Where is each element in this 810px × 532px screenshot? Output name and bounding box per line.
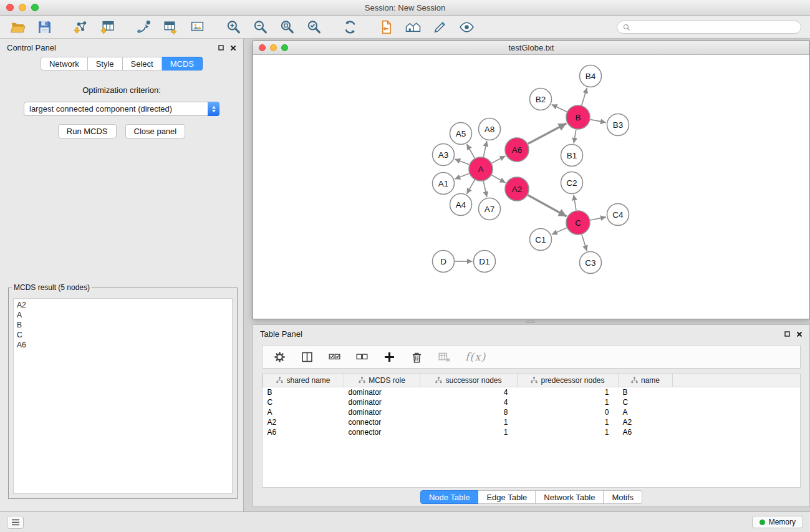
graph-node-label: B3 (613, 120, 624, 130)
graph-edge-B-B2[interactable] (552, 105, 567, 112)
graph-node-label: B4 (586, 72, 596, 81)
add-column-button[interactable] (383, 351, 396, 364)
control-tab-mcds[interactable]: MCDS (162, 57, 203, 70)
table-tab-motifs[interactable]: Motifs (604, 490, 642, 504)
zoom-in-button[interactable] (224, 19, 242, 36)
graph-edge-C-C3[interactable] (582, 235, 587, 251)
network-close-button[interactable] (259, 44, 266, 51)
table-row[interactable]: A2connector11A2 (263, 417, 801, 427)
apply-layout-button[interactable] (341, 19, 359, 36)
close-panel-icon[interactable] (230, 45, 236, 51)
export-document-button[interactable] (377, 19, 395, 36)
graph-edge-A-A3[interactable] (455, 159, 469, 165)
mcds-result-item[interactable]: A2 (17, 300, 229, 310)
select-all-button[interactable] (328, 351, 341, 364)
save-session-button[interactable] (36, 19, 53, 36)
table-cell: A (263, 407, 344, 417)
control-tab-network[interactable]: Network (41, 57, 88, 70)
minimize-window-button[interactable] (19, 4, 26, 11)
table-cell: 0 (518, 407, 619, 417)
table-tab-node-table[interactable]: Node Table (420, 490, 479, 504)
export-image-button[interactable] (188, 19, 206, 36)
graph-node-label: C (575, 218, 581, 228)
graph-edge-C-C4[interactable] (591, 217, 606, 220)
show-hide-button[interactable] (458, 19, 475, 36)
table-row[interactable]: Adominator80A (263, 407, 801, 417)
table-row[interactable]: Bdominator41B (263, 387, 801, 397)
graph-edge-B-B3[interactable] (591, 120, 606, 123)
graph-node-label: A1 (438, 179, 449, 188)
column-header-MCDS-role[interactable]: MCDS role (344, 374, 420, 387)
graph-edge-A-A1[interactable] (455, 173, 469, 179)
graph-edge-A-A4[interactable] (467, 180, 475, 194)
delete-column-button[interactable] (410, 351, 423, 364)
graph-edge-B-B4[interactable] (582, 88, 587, 105)
mcds-result-item[interactable]: C (17, 330, 229, 340)
memory-button[interactable]: Memory (752, 516, 803, 528)
graph-edge-A-A7[interactable] (483, 181, 487, 198)
graph-edge-C-C2[interactable] (574, 195, 576, 210)
network-from-selection-button[interactable] (135, 19, 152, 36)
close-panel-button[interactable]: Close panel (125, 124, 186, 138)
attribute-type-icon (359, 377, 365, 384)
status-menu-button[interactable] (7, 516, 24, 529)
graph-edge-C-C1[interactable] (552, 228, 567, 235)
table-row[interactable]: A6connector11A6 (263, 427, 801, 437)
criterion-selected-value: largest connected component (directed) (29, 104, 172, 114)
graph-edge-A-A6[interactable] (492, 156, 506, 163)
import-table-button[interactable] (99, 19, 116, 36)
splitter-handle[interactable] (526, 321, 535, 323)
graph-edge-A-A2[interactable] (492, 175, 506, 183)
table-cell: 1 (420, 427, 518, 437)
graph-node-label: A7 (485, 205, 495, 214)
graph-edge-A2-C[interactable] (528, 195, 567, 216)
table-panel-header: Table Panel (253, 325, 809, 343)
mcds-result-item[interactable]: A6 (17, 340, 229, 350)
graph-edge-A6-B[interactable] (528, 123, 567, 144)
function-builder-button[interactable]: f(x) (465, 351, 486, 363)
graph-edge-B-B1[interactable] (574, 130, 576, 143)
network-canvas[interactable]: B4B2BB3A5A8A6B1A3AC2A1A2A4A7C4CC1C3DD1 (253, 56, 809, 319)
mcds-result-item[interactable]: B (17, 320, 229, 330)
search-input[interactable] (634, 23, 795, 32)
table-tab-edge-table[interactable]: Edge Table (478, 490, 536, 504)
criterion-select[interactable]: largest connected component (directed) (24, 102, 219, 116)
table-settings-button[interactable] (273, 351, 286, 364)
column-header-name[interactable]: name (619, 374, 673, 387)
zoom-fit-button[interactable] (278, 19, 296, 36)
delete-table-button[interactable] (438, 351, 451, 364)
zoom-selected-button[interactable] (305, 19, 322, 36)
zoom-window-button[interactable] (31, 4, 39, 11)
graph-edge-A-A5[interactable] (467, 144, 475, 158)
run-mcds-button[interactable]: Run MCDS (58, 124, 117, 138)
float-table-panel-icon[interactable] (784, 331, 790, 337)
mcds-result-title: MCDS result (5 nodes) (12, 283, 92, 292)
mcds-result-item[interactable]: A (17, 310, 229, 320)
column-header-successor-nodes[interactable]: successor nodes (420, 374, 518, 387)
annotation-button[interactable] (431, 19, 448, 36)
network-minimize-button[interactable] (270, 44, 277, 51)
graph-edge-A-A8[interactable] (483, 141, 487, 157)
home-button[interactable] (404, 19, 422, 36)
table-tab-network-table[interactable]: Network Table (536, 490, 604, 504)
open-session-button[interactable] (9, 19, 26, 36)
control-tab-style[interactable]: Style (88, 57, 123, 70)
export-table-button[interactable] (162, 19, 179, 36)
zoom-out-button[interactable] (251, 19, 269, 36)
split-column-button[interactable] (301, 351, 314, 364)
table-panel-tabs: Node TableEdge TableNetwork TableMotifs (253, 488, 809, 506)
column-header-shared-name[interactable]: shared name (263, 374, 344, 387)
table-cell-filler (673, 407, 801, 417)
deselect-all-button[interactable] (355, 351, 369, 364)
float-panel-icon[interactable] (218, 45, 224, 51)
table-panel: Table Panel (253, 324, 810, 507)
import-network-button[interactable] (72, 19, 89, 36)
control-tab-select[interactable]: Select (123, 57, 162, 70)
close-table-panel-icon[interactable] (796, 331, 803, 337)
table-row[interactable]: Cdominator41C (263, 397, 801, 407)
column-header-predecessor-nodes[interactable]: predecessor nodes (518, 374, 619, 387)
close-window-button[interactable] (6, 4, 14, 11)
network-zoom-button[interactable] (281, 44, 288, 51)
network-window-titlebar[interactable]: testGlobe.txt (253, 41, 809, 55)
control-panel-header: Control Panel (0, 39, 243, 57)
